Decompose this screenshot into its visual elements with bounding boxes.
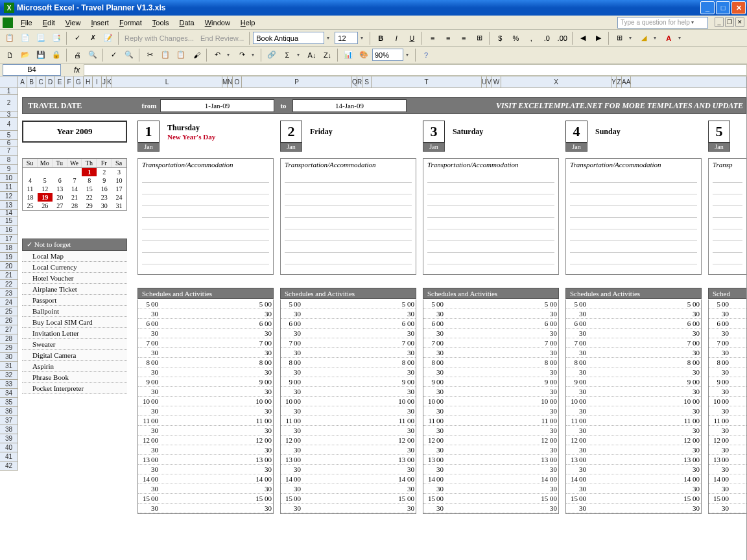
row-header[interactable]: 42	[0, 461, 18, 471]
schedule-box[interactable]: 5005 0030306006 0030307007 0030308008 00…	[137, 299, 274, 514]
decrease-decimal-button[interactable]: .00	[555, 31, 569, 45]
prev-comment-icon[interactable]: 📃	[34, 31, 48, 45]
font-selector[interactable]: Book Antiqua	[253, 32, 324, 44]
column-header[interactable]: P	[242, 76, 352, 88]
row-header[interactable]: 8	[0, 156, 18, 165]
minical-day[interactable]: 31	[112, 202, 126, 210]
column-header[interactable]: H	[84, 76, 93, 88]
minical-day[interactable]	[23, 168, 38, 176]
row-header[interactable]: 22	[0, 280, 18, 289]
row-header[interactable]: 31	[0, 362, 18, 371]
menu-edit[interactable]: Edit	[38, 18, 60, 28]
row-header[interactable]: 3	[0, 111, 18, 118]
mdi-restore-button[interactable]: ❐	[725, 18, 734, 27]
minical-day[interactable]: 3	[112, 168, 126, 176]
column-header[interactable]: F	[65, 76, 74, 88]
column-header[interactable]: X	[501, 76, 611, 88]
ntf-item[interactable]: Pocket Interpreter	[22, 383, 127, 394]
column-header[interactable]: E	[55, 76, 65, 88]
bold-button[interactable]: B	[374, 31, 388, 45]
format-painter-button[interactable]: 🖌	[189, 48, 204, 62]
row-header[interactable]: 15	[0, 216, 18, 226]
align-left-button[interactable]: ≡	[425, 31, 440, 45]
column-header[interactable]: S	[362, 76, 372, 88]
column-header[interactable]: B	[27, 76, 36, 88]
menu-data[interactable]: Data	[174, 18, 199, 28]
transportation-box[interactable]: Transportation/Accommodation	[423, 158, 559, 275]
row-header[interactable]: 10	[0, 174, 18, 183]
autosum-button[interactable]: Σ	[280, 48, 294, 62]
minical-day[interactable]: 20	[53, 193, 67, 202]
row-header[interactable]: 33	[0, 380, 18, 389]
transportation-box[interactable]: Transportation/Accommodation	[137, 158, 274, 275]
minical-day[interactable]	[67, 168, 82, 176]
row-header[interactable]: 23	[0, 289, 18, 298]
row-header[interactable]: 13	[0, 201, 18, 210]
research-button[interactable]: 🔍	[122, 48, 136, 62]
fx-icon[interactable]: fx	[74, 65, 80, 75]
column-header[interactable]: C	[36, 76, 46, 88]
row-header[interactable]: 39	[0, 434, 18, 443]
maximize-button[interactable]: □	[716, 1, 730, 14]
schedule-box[interactable]: 5005 0030306006 0030307007 0030308008 00…	[565, 299, 702, 514]
from-date-cell[interactable]: 1-Jan-09	[160, 99, 274, 112]
track-changes-icon[interactable]: 📝	[101, 31, 115, 45]
currency-button[interactable]: $	[493, 31, 507, 45]
ntf-item[interactable]: Phrase Book	[22, 372, 127, 383]
align-right-button[interactable]: ≡	[456, 31, 471, 45]
column-header[interactable]: A	[18, 76, 27, 88]
ntf-item[interactable]: Invitation Letter	[22, 328, 127, 339]
worksheet-content[interactable]: TRAVEL DATE from 1-Jan-09 to 14-Jan-09 V…	[18, 88, 746, 560]
column-header[interactable]: G	[74, 76, 84, 88]
minical-day[interactable]: 14	[67, 185, 82, 193]
row-header[interactable]: 19	[0, 253, 18, 262]
column-header[interactable]: AA	[622, 76, 631, 88]
column-header[interactable]: V	[487, 76, 492, 88]
row-header[interactable]: 4	[0, 118, 18, 131]
transportation-box[interactable]: Transportation/Accommodation	[565, 158, 702, 275]
chart-wizard-button[interactable]: 📊	[341, 48, 355, 62]
row-header[interactable]: 14	[0, 210, 18, 216]
font-size-selector[interactable]: 12	[335, 32, 358, 44]
column-header[interactable]: O	[233, 76, 242, 88]
column-header[interactable]: U	[482, 76, 487, 88]
sort-asc-button[interactable]: A↓	[305, 48, 319, 62]
mdi-close-button[interactable]: ✕	[735, 18, 744, 27]
year-cell[interactable]: Year 2009	[22, 121, 127, 143]
schedule-box[interactable]: 5005 0030306006 0030307007 0030308008 00…	[280, 299, 416, 514]
ntf-item[interactable]: Buy Local SIM Card	[22, 317, 127, 328]
ntf-item[interactable]: Hotel Voucher	[22, 273, 127, 284]
spelling-button[interactable]: ✓	[106, 48, 121, 62]
sort-desc-button[interactable]: Z↓	[320, 48, 335, 62]
row-header[interactable]: 17	[0, 235, 18, 244]
row-header[interactable]: 36	[0, 407, 18, 416]
column-header[interactable]: K	[107, 76, 112, 88]
minical-day[interactable]: 12	[38, 185, 53, 193]
menu-window[interactable]: Window	[200, 18, 235, 28]
minical-day[interactable]: 7	[67, 176, 82, 185]
row-header[interactable]: 26	[0, 316, 18, 325]
column-header[interactable]: D	[46, 76, 55, 88]
column-header[interactable]: T	[372, 76, 482, 88]
minical-day[interactable]: 11	[23, 185, 38, 193]
row-header[interactable]: 1	[0, 88, 18, 95]
minical-day[interactable]: 10	[112, 176, 126, 185]
row-header[interactable]: 37	[0, 416, 18, 425]
ntf-item[interactable]: Ballpoint	[22, 306, 127, 317]
accept-change-icon[interactable]: ✓	[70, 31, 84, 45]
schedule-box[interactable]: 5003060030700308003090030100030110030120…	[708, 299, 747, 514]
menu-insert[interactable]: Insert	[86, 18, 114, 28]
select-all-corner[interactable]	[0, 76, 18, 88]
column-header[interactable]: Q	[352, 76, 357, 88]
cut-button[interactable]: ✂	[143, 48, 157, 62]
menu-file[interactable]: File	[16, 18, 38, 28]
decrease-indent-button[interactable]: ◀	[576, 31, 590, 45]
percent-button[interactable]: %	[508, 31, 523, 45]
column-header[interactable]: L	[112, 76, 222, 88]
to-date-cell[interactable]: 14-Jan-09	[292, 99, 407, 112]
row-header[interactable]: 9	[0, 165, 18, 174]
minical-day[interactable]: 18	[23, 193, 38, 202]
menu-tools[interactable]: Tools	[147, 18, 174, 28]
minical-day[interactable]: 24	[112, 193, 126, 202]
row-header[interactable]: 21	[0, 271, 18, 280]
